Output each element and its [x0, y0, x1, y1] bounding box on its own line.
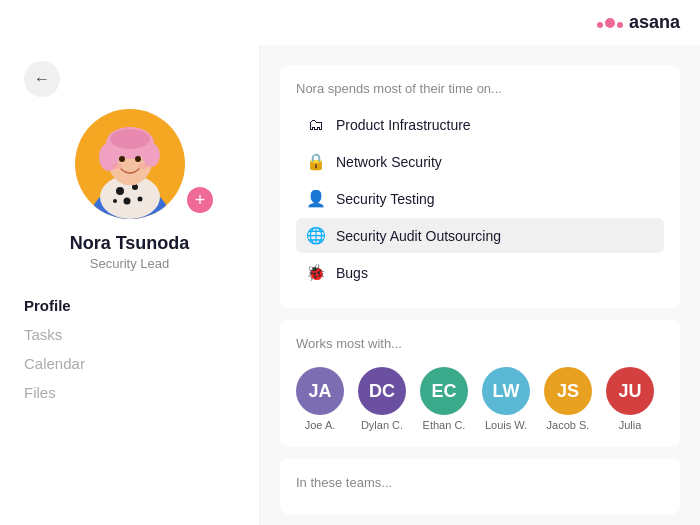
content-panel: Nora spends most of their time on... 🗂 P…: [260, 45, 700, 525]
profile-name: Nora Tsunoda: [24, 233, 235, 254]
collaborator-item[interactable]: JU Julia: [606, 367, 654, 431]
svg-point-4: [123, 198, 130, 205]
logo-dot-center: [605, 18, 615, 28]
teams-section: In these teams...: [280, 459, 680, 514]
nav-item-calendar[interactable]: Calendar: [24, 349, 235, 378]
collab-name: Julia: [619, 419, 642, 431]
works-with-title: Works most with...: [296, 336, 664, 351]
add-photo-button[interactable]: +: [185, 185, 215, 215]
collab-name: Dylan C.: [361, 419, 403, 431]
profile-panel: ←: [0, 45, 260, 525]
svg-point-2: [116, 187, 124, 195]
collab-avatar: JS: [544, 367, 592, 415]
project-item[interactable]: 🔒 Network Security: [296, 144, 664, 179]
collab-name: Louis W.: [485, 419, 527, 431]
collab-avatar: JU: [606, 367, 654, 415]
collab-name: Ethan C.: [423, 419, 466, 431]
svg-point-16: [138, 163, 148, 169]
collaborator-item[interactable]: EC Ethan C.: [420, 367, 468, 431]
logo-dot-right: [617, 22, 623, 28]
collaborator-item[interactable]: JS Jacob S.: [544, 367, 592, 431]
project-label: Security Audit Outsourcing: [336, 228, 501, 244]
project-icon: 👤: [306, 189, 326, 208]
project-icon: 🌐: [306, 226, 326, 245]
asana-logo: asana: [597, 12, 680, 33]
project-icon: 🐞: [306, 263, 326, 282]
header: asana: [0, 0, 700, 45]
svg-point-14: [135, 156, 141, 162]
svg-point-12: [110, 129, 150, 149]
project-item[interactable]: 👤 Security Testing: [296, 181, 664, 216]
collab-avatar: EC: [420, 367, 468, 415]
time-on-section: Nora spends most of their time on... 🗂 P…: [280, 65, 680, 308]
collab-name: Jacob S.: [547, 419, 590, 431]
project-item[interactable]: 🗂 Product Infrastructure: [296, 108, 664, 142]
logo-dot-left: [597, 22, 603, 28]
logo-text: asana: [629, 12, 680, 33]
svg-point-5: [137, 197, 142, 202]
project-item[interactable]: 🐞 Bugs: [296, 255, 664, 290]
works-with-section: Works most with... JA Joe A. DC Dylan C.…: [280, 320, 680, 447]
profile-role: Security Lead: [24, 256, 235, 271]
back-button[interactable]: ←: [24, 61, 60, 97]
project-label: Bugs: [336, 265, 368, 281]
svg-point-6: [113, 199, 117, 203]
time-on-title: Nora spends most of their time on...: [296, 81, 664, 96]
project-item[interactable]: 🌐 Security Audit Outsourcing: [296, 218, 664, 253]
project-icon: 🔒: [306, 152, 326, 171]
collab-avatar: JA: [296, 367, 344, 415]
svg-point-13: [119, 156, 125, 162]
collaborators-list: JA Joe A. DC Dylan C. EC Ethan C. LW Lou…: [296, 363, 664, 431]
collaborator-item[interactable]: LW Louis W.: [482, 367, 530, 431]
nav-item-tasks[interactable]: Tasks: [24, 320, 235, 349]
avatar-svg: [75, 109, 185, 219]
teams-title: In these teams...: [296, 475, 664, 498]
project-list: 🗂 Product Infrastructure 🔒 Network Secur…: [296, 108, 664, 290]
collab-name: Joe A.: [305, 419, 336, 431]
project-label: Product Infrastructure: [336, 117, 471, 133]
nav-item-profile[interactable]: Profile: [24, 291, 235, 320]
collab-avatar: LW: [482, 367, 530, 415]
collab-avatar: DC: [358, 367, 406, 415]
nav-menu: Profile Tasks Calendar Files: [24, 291, 235, 407]
logo-dots: [597, 18, 623, 28]
project-label: Security Testing: [336, 191, 435, 207]
collaborator-item[interactable]: DC Dylan C.: [358, 367, 406, 431]
svg-point-15: [112, 163, 122, 169]
avatar: [75, 109, 185, 219]
nav-item-files[interactable]: Files: [24, 378, 235, 407]
main-content: ←: [0, 45, 700, 525]
app-container: asana ←: [0, 0, 700, 525]
collaborator-item[interactable]: JA Joe A.: [296, 367, 344, 431]
avatar-container: +: [24, 109, 235, 219]
project-icon: 🗂: [306, 116, 326, 134]
project-label: Network Security: [336, 154, 442, 170]
